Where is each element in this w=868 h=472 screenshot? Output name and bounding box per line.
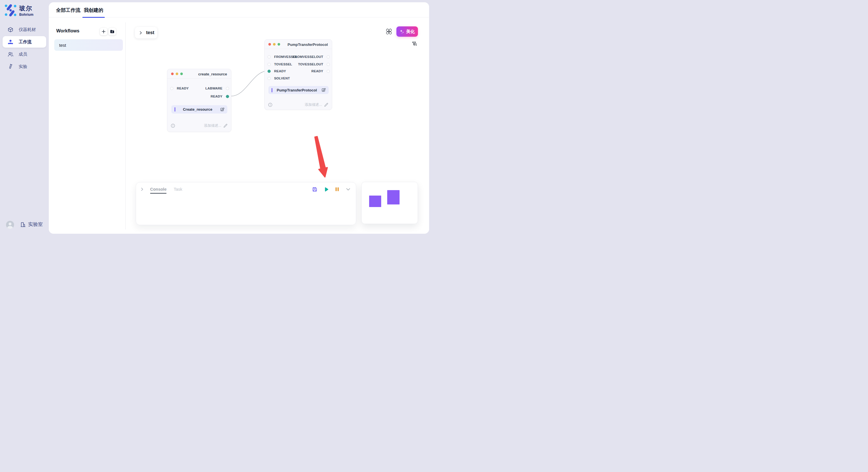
port-label: READY	[274, 69, 286, 73]
test-tube-icon	[7, 64, 13, 70]
port-fromvesselout[interactable]: FROMVESSELOUT	[293, 55, 330, 59]
info-icon[interactable]	[171, 124, 175, 128]
brand-logo: 玻尔 Bohrium	[4, 4, 33, 17]
filter-icon	[412, 41, 417, 47]
tab-all-workflows[interactable]: 全部工作流	[56, 2, 81, 18]
beautify-label: 美化	[406, 29, 415, 34]
sparkles-icon	[400, 29, 404, 34]
port-label: READY	[177, 87, 189, 90]
description-placeholder[interactable]: 添加描述...	[204, 123, 221, 128]
port-circle[interactable]	[327, 70, 330, 73]
port-circle[interactable]	[268, 55, 271, 59]
sidebar-item-members[interactable]: 成员	[3, 48, 46, 60]
package-icon	[7, 27, 13, 33]
minimap[interactable]	[361, 182, 418, 224]
sidebar-item-label: 成员	[19, 52, 27, 57]
sidebar-item-workflow[interactable]: 工作流	[3, 36, 46, 47]
lab-label: 实验室	[28, 221, 43, 228]
description-placeholder[interactable]: 添加描述...	[305, 102, 322, 107]
node-pump-transfer-protocol[interactable]: PumpTransferProtocol FROMVESSEL FROMVESS…	[265, 39, 332, 110]
sidebar: 玻尔 Bohrium 仪器耗材 工作流 成员	[0, 0, 49, 236]
node-action-pill[interactable]: PumpTransferProtocol	[268, 86, 329, 94]
tab-my-created[interactable]: 我创建的	[84, 2, 103, 18]
traffic-red-dot[interactable]	[171, 72, 174, 75]
traffic-green-dot[interactable]	[278, 43, 280, 45]
port-label: TOVESSEL	[274, 63, 292, 66]
port-label: FROMVESSELOUT	[293, 55, 323, 59]
save-icon	[312, 187, 317, 192]
bohrium-logo-icon	[4, 4, 17, 17]
pause-button[interactable]	[335, 187, 339, 192]
minimap-node-pump-transfer	[387, 190, 400, 204]
port-tovesselout[interactable]: TOVESSELOUT	[298, 62, 330, 67]
tab-console[interactable]: Console	[150, 187, 166, 192]
tab-task[interactable]: Task	[174, 187, 182, 192]
collapse-console-button[interactable]	[346, 187, 351, 192]
port-ready-out[interactable]: READY	[311, 69, 330, 73]
workflow-item-label: test	[59, 43, 66, 47]
clover-icon	[386, 28, 392, 35]
members-icon	[7, 51, 13, 57]
port-circle[interactable]	[268, 63, 271, 66]
sidebar-item-label: 工作流	[19, 39, 32, 45]
workflow-tabbar: 全部工作流 我创建的	[49, 2, 429, 18]
port-circle[interactable]	[327, 63, 330, 66]
workflow-list-item-test[interactable]: test	[54, 39, 123, 51]
port-label: TOVESSELOUT	[298, 63, 323, 66]
node-connection-edge	[229, 68, 270, 100]
port-label: READY	[311, 69, 323, 73]
port-ready-out[interactable]: READY	[211, 94, 229, 99]
port-ready-in[interactable]: READY	[268, 69, 286, 73]
traffic-yellow-dot[interactable]	[273, 43, 276, 45]
workflows-panel-title: Workflows	[56, 28, 80, 34]
node-create-resource[interactable]: create_resource READY LABWARE READY Crea…	[167, 69, 231, 132]
console-panel: Console Task	[136, 182, 356, 225]
node-title: create_resource	[198, 72, 227, 76]
import-folder-button[interactable]	[108, 28, 116, 35]
annotation-arrow	[310, 134, 330, 179]
beautify-button[interactable]: 美化	[396, 26, 418, 37]
minimap-node-create-resource	[369, 196, 381, 207]
breadcrumb[interactable]: test	[135, 27, 157, 38]
play-icon	[324, 187, 329, 192]
pencil-icon[interactable]	[223, 124, 228, 128]
sidebar-item-instruments[interactable]: 仪器耗材	[3, 24, 46, 35]
port-circle[interactable]	[268, 77, 271, 80]
panel-divider	[125, 22, 126, 229]
pill-label: PumpTransferProtocol	[272, 88, 321, 92]
folder-download-icon	[110, 29, 115, 34]
port-solvent-in[interactable]: SOLVENT	[268, 76, 290, 80]
port-label: LABWARE	[205, 87, 222, 90]
port-labware-out[interactable]: LABWARE	[205, 86, 229, 91]
run-button[interactable]	[324, 187, 329, 192]
lab-switcher[interactable]: 实验室	[20, 221, 43, 228]
port-circle[interactable]	[327, 55, 330, 59]
breadcrumb-label: test	[146, 30, 154, 35]
port-label: READY	[211, 95, 222, 98]
edit-icon[interactable]	[321, 88, 326, 92]
filter-button[interactable]	[412, 41, 417, 47]
port-circle[interactable]	[226, 87, 229, 90]
brand-name-en: Bohrium	[19, 12, 33, 16]
add-workflow-button[interactable]	[100, 28, 107, 35]
port-tovessel-in[interactable]: TOVESSEL	[268, 62, 292, 67]
sidebar-item-label: 仪器耗材	[19, 27, 36, 32]
node-header: PumpTransferProtocol	[265, 40, 332, 49]
traffic-green-dot[interactable]	[180, 72, 183, 75]
traffic-red-dot[interactable]	[268, 43, 271, 45]
layout-apps-button[interactable]	[386, 28, 392, 35]
user-avatar[interactable]	[6, 221, 14, 229]
sidebar-item-experiments[interactable]: 实验	[3, 61, 46, 72]
console-collapse-icon[interactable]	[140, 187, 144, 191]
brand-name-cn: 玻尔	[19, 4, 33, 12]
port-ready-in[interactable]: READY	[170, 86, 189, 91]
traffic-yellow-dot[interactable]	[176, 72, 178, 75]
edit-icon[interactable]	[220, 107, 224, 112]
save-button[interactable]	[312, 187, 317, 192]
pencil-icon[interactable]	[324, 103, 329, 107]
port-circle[interactable]	[170, 87, 174, 90]
node-action-pill[interactable]: Create_resource	[172, 105, 227, 113]
info-icon[interactable]	[268, 103, 272, 107]
port-circle-connected[interactable]	[268, 70, 271, 73]
port-circle-connected[interactable]	[226, 95, 229, 98]
